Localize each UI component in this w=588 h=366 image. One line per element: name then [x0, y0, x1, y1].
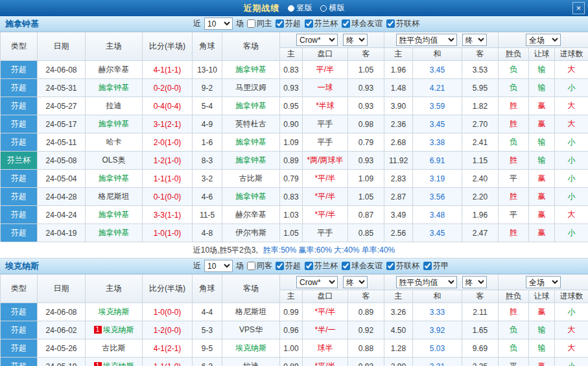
league-filter[interactable]: 芬超: [276, 260, 301, 271]
home-team: 哈卡: [86, 133, 143, 152]
away-team: 施拿钟基: [222, 61, 280, 79]
league-checkbox[interactable]: [342, 262, 350, 270]
win-odds: 4.50: [384, 321, 413, 339]
europe-odds-select[interactable]: 胜平负均值: [396, 34, 457, 46]
league-checkbox[interactable]: [276, 19, 284, 28]
team-name: VPS华: [239, 325, 263, 334]
horizontal-label: 横版: [329, 3, 345, 14]
col-europe-home: 主: [384, 48, 413, 61]
match-date: 24-05-11: [38, 133, 86, 152]
summary-row: 近10场,胜5平2负3, 胜率:50% 赢率:60% 大:40% 单率:40%: [0, 242, 588, 258]
league-label: 芬联杯: [396, 260, 419, 271]
col-handicap: 盘口: [303, 290, 348, 303]
col-goals: 进球数: [555, 290, 588, 303]
league-checkbox[interactable]: [305, 262, 313, 270]
layout-vertical-radio[interactable]: 竖版: [288, 3, 312, 14]
handicap-home-odds: 0.89: [280, 358, 303, 366]
same-venue-filter[interactable]: 同主: [247, 18, 272, 29]
match-row: 芬超24-05-31施拿钟基0-2(0-0)9-2马里汉姆0.93一球0.931…: [1, 79, 588, 97]
result: 胜: [499, 115, 529, 133]
odds-company-select[interactable]: Crow*: [296, 276, 338, 288]
europe-odds-select[interactable]: 胜平负均值: [396, 276, 457, 288]
league-checkbox[interactable]: [423, 262, 432, 270]
score: 0-2(0-0): [143, 79, 193, 97]
col-corner: 角球: [193, 275, 222, 303]
goals-result: 小: [555, 303, 588, 321]
table-head: 类型 日期 主场 比分(半场) 角球 客场 Crow* 终 胜平负均值: [1, 275, 588, 303]
handicap-home-odds: 1.09: [280, 133, 303, 152]
scope-select[interactable]: 全场: [526, 34, 561, 46]
handicap-home-odds: 0.89: [280, 152, 303, 170]
score: 2-0(1-0): [143, 133, 193, 152]
lose-odds: 1.96: [462, 206, 499, 224]
col-date: 日期: [38, 32, 86, 61]
league-filter[interactable]: 芬兰杯: [305, 18, 338, 29]
team-name: 伊尔韦斯: [235, 228, 266, 237]
league-filter[interactable]: 芬联杯: [386, 260, 419, 271]
match-date: 24-04-19: [38, 224, 86, 242]
col-away: 客场: [222, 275, 280, 303]
league-filter[interactable]: 球会友谊: [342, 18, 382, 29]
match-date: 24-05-08: [38, 152, 86, 170]
team-name: 埃克纳斯: [99, 307, 130, 316]
near-label: 近: [193, 18, 201, 29]
handicap-home-odds: 0.83: [280, 61, 303, 79]
same-venue-filter[interactable]: 同客: [247, 260, 272, 271]
scope-select[interactable]: 全场: [526, 276, 561, 288]
league-type: 芬超: [1, 133, 38, 152]
europe-odds-header: 胜平负均值 终: [384, 32, 499, 48]
team-title: 施拿钟基: [5, 18, 39, 30]
handicap-line: *平/半: [303, 206, 348, 224]
league-checkbox[interactable]: [386, 262, 395, 270]
home-team: 施拿钟基: [86, 115, 143, 133]
league-checkbox[interactable]: [342, 19, 350, 28]
draw-odds: 3.38: [413, 133, 462, 152]
league-filter[interactable]: 芬超: [276, 18, 301, 29]
goals-result: 大: [555, 115, 588, 133]
handicap-home-odds: 0.93: [280, 79, 303, 97]
asian-final-select[interactable]: 终: [343, 276, 368, 288]
league-filter[interactable]: 芬甲: [423, 260, 449, 271]
handicap-away-odds: 0.79: [348, 133, 384, 152]
home-team: 施拿钟基: [86, 206, 143, 224]
handicap-away-odds: 0.93: [348, 152, 384, 170]
away-team: 施拿钟基: [222, 133, 280, 152]
team-title: 埃克纳斯: [5, 260, 39, 272]
league-checkbox[interactable]: [386, 19, 395, 28]
europe-final-select[interactable]: 终: [462, 34, 487, 46]
handicap-result: 输: [529, 339, 555, 358]
win-odds: 2.36: [384, 115, 413, 133]
same-venue-checkbox[interactable]: [247, 262, 255, 270]
handicap-result: 赢: [529, 358, 555, 366]
draw-odds: 3.59: [413, 97, 462, 115]
corners: 5-4: [193, 97, 222, 115]
handicap-home-odds: 1.00: [280, 339, 303, 358]
win-odds: 2.87: [384, 188, 413, 206]
match-count-select[interactable]: 10: [204, 17, 233, 30]
odds-company-select[interactable]: Crow*: [296, 34, 338, 46]
league-filter[interactable]: 芬联杯: [386, 18, 419, 29]
league-filter[interactable]: 球会友谊: [342, 260, 382, 271]
handicap-away-odds: 0.93: [348, 79, 384, 97]
away-team: 赫尔辛基: [222, 206, 280, 224]
home-team: 施拿钟基: [86, 79, 143, 97]
europe-final-select[interactable]: 终: [462, 276, 487, 288]
league-checkbox[interactable]: [305, 19, 313, 28]
match-date: 24-04-24: [38, 206, 86, 224]
col-away: 客场: [222, 32, 280, 61]
corners: 4-4: [193, 303, 222, 321]
match-row: 芬超24-04-19施拿钟基1-0(1-0)4-8伊尔韦斯1.05平手0.852…: [1, 224, 588, 242]
lose-odds: 2.20: [462, 188, 499, 206]
win-odds: 2.56: [384, 224, 413, 242]
close-icon[interactable]: ×: [572, 2, 585, 14]
layout-horizontal-radio[interactable]: 横版: [320, 3, 345, 14]
match-count-select[interactable]: 10: [204, 260, 233, 272]
asian-final-select[interactable]: 终: [343, 34, 368, 46]
home-team: OLS奥: [86, 152, 143, 170]
team-name: 施拿钟基: [235, 192, 266, 201]
league-filter[interactable]: 芬兰杯: [305, 260, 338, 271]
lose-odds: 1.15: [462, 152, 499, 170]
league-checkbox[interactable]: [276, 262, 284, 270]
match-date: 24-05-26: [38, 339, 86, 358]
same-venue-checkbox[interactable]: [247, 19, 255, 28]
